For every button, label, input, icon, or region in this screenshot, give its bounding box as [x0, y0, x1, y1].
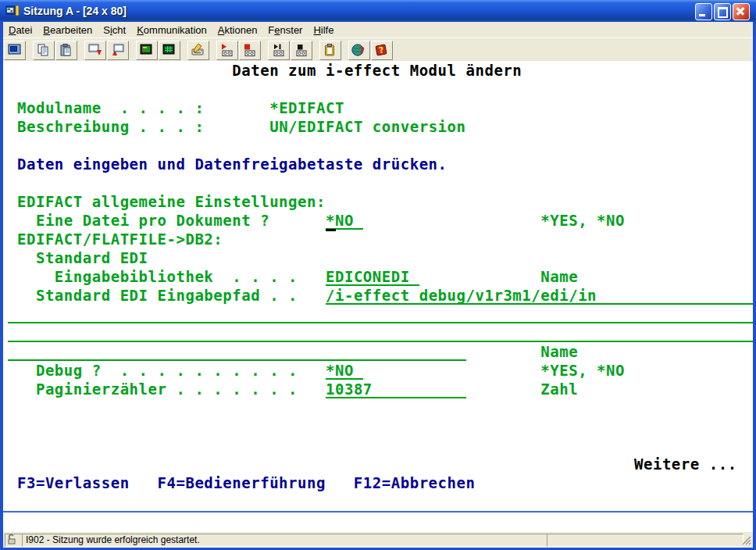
session-icon [7, 43, 23, 57]
terminal-text: Beschreibung . . . : [17, 117, 204, 136]
macro-stop-icon [294, 43, 309, 57]
menu-item-hilfe[interactable]: Hilfe [308, 23, 339, 38]
macro-stop-record-button[interactable] [239, 41, 261, 60]
menu-item-sicht[interactable]: Sicht [98, 23, 131, 38]
window-title: Sitzung A - [24 x 80] [23, 5, 127, 17]
web-help-globe-icon: ? [351, 43, 367, 57]
eingabepfad-continuation-2[interactable] [8, 323, 756, 342]
receive-file-icon [110, 43, 126, 57]
eine-datei-pro-dokument-field[interactable]: *NO [326, 211, 363, 230]
macro-stop-button[interactable] [291, 41, 312, 60]
menu-item-datei[interactable]: Datei [3, 23, 37, 38]
send-file-button[interactable] [84, 41, 106, 60]
terminal-text: Debug ? . . . . . . . . . . [36, 361, 298, 380]
send-file-icon [87, 43, 103, 57]
macro-record-icon [219, 43, 235, 57]
help-book-button[interactable]: ? [371, 41, 393, 60]
terminal-text: Eine Datei pro Dokument ? [36, 211, 269, 230]
display-setup-icon [139, 43, 155, 57]
terminal-screen[interactable]: Daten zum i-effect Modul ändernModulname… [3, 61, 753, 511]
eingabebibliothek-field[interactable]: EDICONEDI [326, 267, 419, 286]
terminal-text: Paginierzähler . . . . . . . [36, 380, 298, 398]
text-cursor [326, 229, 336, 231]
close-button[interactable] [733, 3, 750, 20]
terminal-text: Name [540, 342, 578, 361]
debug-field[interactable]: *NO [326, 361, 363, 380]
eingabepfad-continuation-1[interactable] [8, 305, 756, 323]
svg-text:?: ? [359, 45, 365, 56]
menu-item-bearbeiten[interactable]: Bearbeiten [37, 23, 98, 38]
menu-item-kommunikation[interactable]: Kommunikation [131, 23, 212, 38]
terminal-text: Standard EDI [36, 248, 148, 267]
macro-stop-record-icon [242, 43, 258, 57]
menu-item-fenster[interactable]: Fenster [262, 23, 308, 38]
status-message-panel: I902 - Sitzung wurde erfolgreich gestart… [22, 534, 548, 547]
color-setup-button[interactable] [159, 41, 180, 60]
clipboard-icon [323, 43, 338, 57]
terminal-text: F3=Verlassen F4=Bedienerführung F12=Abbr… [17, 473, 475, 492]
oia-status-row [3, 512, 753, 532]
terminal-text: Eingabebibliothek . . . . [55, 267, 298, 286]
session-window-icon [5, 4, 20, 18]
copy-icon [36, 43, 52, 57]
menu-item-aktionen[interactable]: Aktionen [212, 23, 263, 38]
terminal-text: Daten eingeben und Datenfreigabetaste dr… [17, 155, 448, 173]
macro-play-icon [271, 43, 287, 57]
status-bar: I902 - Sitzung wurde erfolgreich gestart… [3, 532, 753, 548]
eingabepfad-field[interactable]: /i-effect_debug/v1r3m1/edi/in [326, 286, 756, 305]
toolbar: ?? [3, 38, 753, 62]
terminal-text: *YES, *NO [540, 211, 625, 230]
terminal-text: EDIFACT allgemeine Einstellungen: [17, 192, 326, 211]
paste-button[interactable] [55, 41, 77, 60]
paginierzaehler-field[interactable]: 10387 [326, 380, 466, 398]
status-message: I902 - Sitzung wurde erfolgreich gestart… [26, 534, 200, 545]
keyboard-setup-icon [191, 43, 206, 57]
color-setup-icon [162, 43, 177, 57]
status-empty-panel [547, 534, 744, 547]
terminal-text: Zahl [540, 380, 578, 398]
status-lock-panel [5, 534, 23, 547]
terminal-text: Standard EDI Eingabepfad . . [36, 286, 298, 305]
terminal-text: *YES, *NO [540, 361, 625, 380]
resize-grip[interactable] [741, 535, 751, 545]
display-setup-button[interactable] [136, 41, 158, 60]
receive-file-button[interactable] [107, 41, 129, 60]
maximize-icon [718, 7, 728, 18]
title-bar[interactable]: Sitzung A - [24 x 80] [0, 0, 756, 22]
terminal-text: Daten zum i-effect Modul ändern [232, 61, 522, 80]
macro-record-button[interactable] [216, 41, 238, 60]
help-book-icon: ? [374, 43, 390, 57]
minimize-icon [699, 14, 705, 16]
window-border-left [0, 22, 3, 550]
paste-icon [59, 43, 74, 57]
maximize-button[interactable] [714, 3, 731, 20]
session-button[interactable] [4, 41, 26, 60]
terminal-text: UN/EDIFACT conversion [269, 117, 465, 136]
terminal-text: EDIFACT/FLATFILE->DB2: [17, 230, 223, 248]
web-help-globe-button[interactable]: ? [348, 41, 370, 60]
window-border-right [753, 22, 756, 550]
copy-button[interactable] [33, 41, 55, 60]
terminal-text: Weitere ... [634, 455, 737, 473]
clipboard-button[interactable] [319, 41, 341, 60]
terminal-text: Modulname . . . . : [17, 98, 204, 117]
keyboard-setup-button[interactable] [187, 41, 209, 60]
application-window: Sitzung A - [24 x 80] DateiBearbeitenSic… [0, 0, 756, 550]
terminal-text: Name [540, 267, 578, 286]
menu-bar: DateiBearbeitenSichtKommunikationAktione… [3, 22, 753, 38]
macro-play-button[interactable] [268, 41, 290, 60]
minimize-button[interactable] [695, 3, 712, 20]
unlabeled-name-field[interactable] [8, 342, 466, 361]
terminal-text: *EDIFACT [269, 98, 344, 117]
unlocked-padlock-icon [7, 534, 17, 545]
